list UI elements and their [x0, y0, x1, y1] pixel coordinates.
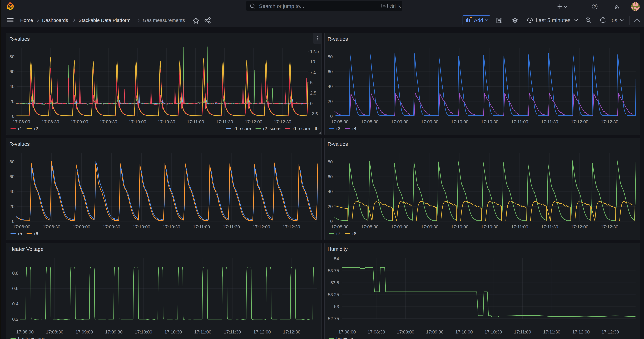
svg-text:17:09:00: 17:09:00 [73, 224, 90, 230]
svg-text:r2_score: r2_score [263, 126, 280, 131]
svg-text:17:09:30: 17:09:30 [100, 119, 117, 124]
svg-text:17:11:00: 17:11:00 [514, 329, 531, 334]
svg-text:R-values: R-values [9, 36, 30, 42]
svg-text:17:08:30: 17:08:30 [361, 224, 378, 230]
svg-text:17:10:30: 17:10:30 [163, 224, 180, 230]
svg-text:r1: r1 [18, 126, 22, 131]
svg-text:Gas measurements: Gas measurements [143, 18, 185, 23]
svg-text:17:10:30: 17:10:30 [164, 329, 182, 334]
svg-text:12.5: 12.5 [310, 49, 319, 54]
svg-text:17:09:00: 17:09:00 [76, 329, 93, 334]
svg-text:Add: Add [474, 18, 483, 23]
svg-text:60: 60 [328, 69, 333, 74]
svg-text:r2: r2 [34, 126, 38, 131]
svg-text:7.5: 7.5 [310, 70, 316, 75]
svg-text:2.5: 2.5 [310, 90, 316, 96]
svg-text:Search or jump to...: Search or jump to... [259, 3, 304, 9]
svg-text:20: 20 [328, 99, 333, 104]
svg-text:10: 10 [310, 59, 315, 64]
svg-text:17:08:30: 17:08:30 [361, 119, 378, 124]
svg-text:5s: 5s [612, 18, 617, 23]
svg-text:17:10:30: 17:10:30 [481, 224, 498, 230]
svg-text:40: 40 [10, 84, 14, 89]
svg-text:52.75: 52.75 [328, 316, 339, 321]
svg-text:Heater Voltage: Heater Voltage [9, 246, 44, 252]
svg-text:17:11:00: 17:11:00 [187, 119, 204, 124]
svg-text:40: 40 [328, 189, 333, 194]
svg-text:40: 40 [328, 84, 333, 89]
svg-text:Home: Home [20, 18, 33, 23]
svg-text:17:10:00: 17:10:00 [451, 224, 468, 230]
svg-text:17:10:00: 17:10:00 [455, 329, 473, 334]
svg-text:17:12:30: 17:12:30 [274, 119, 291, 124]
svg-text:r6: r6 [34, 231, 38, 236]
svg-text:0.4: 0.4 [12, 301, 18, 306]
svg-text:53.75: 53.75 [328, 268, 339, 273]
svg-text:Stackable Data Platform: Stackable Data Platform [78, 18, 130, 23]
svg-text:r4: r4 [352, 126, 356, 131]
svg-text:17:11:00: 17:11:00 [194, 329, 211, 334]
svg-text:17:11:30: 17:11:30 [216, 119, 233, 124]
svg-text:17:08:30: 17:08:30 [42, 119, 59, 124]
svg-text:0: 0 [330, 114, 333, 119]
svg-text:0.6: 0.6 [12, 286, 18, 291]
svg-text:60: 60 [10, 69, 14, 74]
svg-text:17:10:00: 17:10:00 [133, 224, 150, 230]
svg-text:17:10:00: 17:10:00 [451, 119, 468, 124]
svg-text:r8: r8 [352, 231, 356, 236]
svg-text:17:09:30: 17:09:30 [105, 329, 122, 334]
svg-text:80: 80 [10, 159, 14, 164]
svg-text:17:09:30: 17:09:30 [421, 119, 438, 124]
svg-text:17:11:30: 17:11:30 [541, 119, 558, 124]
svg-text:Dashboards: Dashboards [42, 18, 68, 23]
svg-text:17:12:30: 17:12:30 [602, 329, 619, 334]
svg-text:r3: r3 [336, 126, 340, 131]
svg-text:17:11:30: 17:11:30 [541, 224, 558, 230]
svg-text:40: 40 [10, 189, 14, 194]
svg-text:R-values: R-values [328, 36, 348, 42]
svg-text:17:12:30: 17:12:30 [283, 224, 300, 230]
svg-text:17:12:00: 17:12:00 [253, 224, 270, 230]
svg-text:r7: r7 [336, 231, 340, 236]
svg-text:17:08:00: 17:08:00 [338, 329, 356, 334]
svg-text:60: 60 [10, 174, 14, 179]
svg-text:20: 20 [328, 204, 333, 209]
svg-text:0: 0 [12, 219, 14, 224]
svg-text:17:12:00: 17:12:00 [245, 119, 262, 124]
svg-text:17:08:00: 17:08:00 [16, 329, 34, 334]
svg-text:53: 53 [334, 304, 339, 309]
svg-text:0.2: 0.2 [12, 316, 18, 322]
svg-text:53.25: 53.25 [328, 292, 339, 297]
svg-text:80: 80 [10, 54, 14, 59]
svg-text:17:12:00: 17:12:00 [253, 329, 271, 334]
svg-text:ctrl+k: ctrl+k [390, 4, 401, 9]
svg-text:80: 80 [328, 54, 333, 59]
svg-text:80: 80 [328, 159, 333, 164]
svg-text:60: 60 [328, 174, 333, 179]
svg-text:17:08:30: 17:08:30 [46, 329, 63, 334]
svg-text:R-values: R-values [9, 141, 30, 147]
svg-text:17:12:00: 17:12:00 [572, 329, 590, 334]
svg-text:17:10:30: 17:10:30 [484, 329, 502, 334]
svg-text:17:09:00: 17:09:00 [397, 329, 414, 334]
svg-text:20: 20 [10, 204, 14, 209]
svg-text:0: 0 [310, 101, 312, 106]
svg-text:17:08:00: 17:08:00 [331, 119, 348, 124]
svg-text:17:08:00: 17:08:00 [12, 119, 30, 124]
svg-text:17:09:30: 17:09:30 [103, 224, 120, 230]
svg-text:r1_score: r1_score [234, 126, 251, 131]
svg-text:Humidity: Humidity [328, 246, 348, 252]
svg-text:17:12:30: 17:12:30 [601, 224, 618, 230]
svg-text:17:11:00: 17:11:00 [193, 224, 210, 230]
svg-text:17:09:30: 17:09:30 [421, 224, 438, 230]
svg-text:17:12:30: 17:12:30 [283, 329, 300, 334]
svg-text:0.8: 0.8 [12, 270, 18, 276]
svg-text:53.5: 53.5 [330, 280, 339, 285]
svg-text:17:11:30: 17:11:30 [543, 329, 560, 334]
svg-text:17:08:30: 17:08:30 [43, 224, 60, 230]
svg-text:17:09:00: 17:09:00 [391, 119, 408, 124]
svg-text:R-values: R-values [328, 141, 348, 147]
svg-text:0: 0 [12, 114, 14, 119]
svg-text:17:08:00: 17:08:00 [13, 224, 30, 230]
svg-text:17:12:00: 17:12:00 [571, 119, 588, 124]
